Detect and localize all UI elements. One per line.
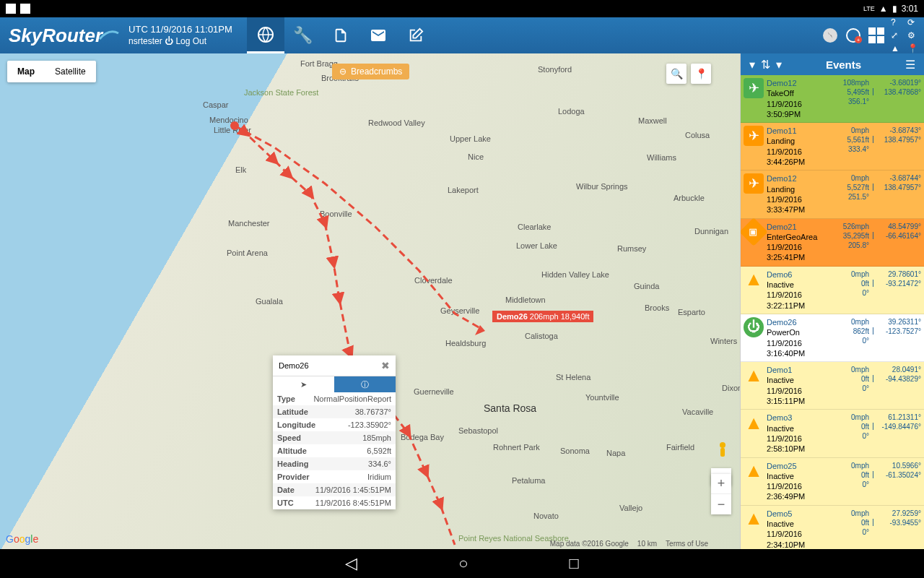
- place-label: Napa: [606, 449, 625, 457]
- tab-compose[interactable]: [397, 17, 435, 53]
- place-label: Lower Lake: [516, 241, 557, 250]
- event-coords: 39.26311°-123.7527°: [876, 317, 921, 358]
- event-row[interactable]: ✈Demo12Landing11/9/2016 3:33:47PM0mph5,5…: [741, 171, 924, 218]
- popup-row: Longitude-123.35902°: [273, 418, 396, 431]
- close-icon[interactable]: ✖: [381, 360, 390, 371]
- event-type-icon: ✈: [744, 126, 764, 146]
- event-body: Demo5Inactive11/9/2016 2:34:10PM: [767, 509, 836, 549]
- pegman-icon[interactable]: [714, 441, 731, 462]
- globe-alert-icon[interactable]: +: [845, 27, 862, 44]
- popup-tab-info[interactable]: ⓘ: [334, 376, 396, 392]
- asset-callout[interactable]: Demo26 206mph 18,940ft: [492, 311, 593, 322]
- place-label: Santa Rosa: [484, 402, 536, 414]
- event-type-icon: ◈: [741, 217, 768, 246]
- marker-icon[interactable]: 📍: [907, 43, 918, 53]
- event-row[interactable]: ▲Demo3Inactive11/9/2016 2:58:10PM0mph0ft…: [741, 410, 924, 457]
- events-header: ▾ ⇅ ▾ Events ☰: [741, 53, 924, 75]
- place-label: Yountville: [585, 393, 619, 402]
- recent-button[interactable]: □: [570, 554, 579, 573]
- map-type-satellite[interactable]: Satellite: [45, 61, 96, 82]
- header-right: + ? ⟳ ⤢ ⚙ ▲ 📍: [821, 17, 924, 53]
- help-icon[interactable]: ?: [891, 17, 902, 27]
- event-coords: 28.0491°-94.43829°: [876, 365, 921, 406]
- place-label: Sonoma: [560, 447, 590, 455]
- power-icon: ⏻: [165, 36, 175, 46]
- place-label: St Helena: [556, 373, 590, 381]
- place-label: Gualala: [256, 297, 283, 306]
- event-coords: 48.54799°-66.46164°: [876, 222, 921, 263]
- zoom-in-button[interactable]: +: [711, 474, 731, 494]
- tab-reports[interactable]: [322, 17, 359, 53]
- place-label: Caspar: [203, 100, 228, 109]
- zoom-out-button[interactable]: −: [711, 494, 731, 514]
- place-label: Jackson State Forest: [244, 88, 318, 97]
- event-type-icon: ⏻: [744, 317, 764, 337]
- place-label: Manchester: [228, 219, 269, 228]
- event-row[interactable]: ▲Demo5Inactive11/9/2016 2:34:10PM0mph0ft…: [741, 506, 924, 549]
- warning-icon[interactable]: ▲: [891, 43, 902, 53]
- status-icon: [6, 4, 16, 14]
- place-label: Petaluma: [512, 476, 545, 485]
- popup-row: UTC11/9/2016 8:45:51PM: [273, 496, 396, 509]
- event-body: Demo21EnterGeoArea11/9/2016 3:25:41PM: [767, 222, 836, 263]
- clock: 3:01: [902, 4, 918, 14]
- event-row[interactable]: ▲Demo25Inactive11/9/2016 2:36:49PM0mph0f…: [741, 458, 924, 506]
- menu-icon[interactable]: ☰: [902, 58, 918, 72]
- google-logo: Google: [6, 533, 38, 545]
- place-label: Clearlake: [518, 223, 551, 231]
- tab-messages[interactable]: [359, 17, 397, 53]
- map-canvas[interactable]: Fort BraggCasparMendocinoLittle RiverElk…: [0, 53, 740, 549]
- place-label: Maxwell: [638, 116, 667, 125]
- event-stats: 0mph5,527ft251.5°: [839, 173, 869, 215]
- place-label: Brooks: [645, 303, 669, 312]
- place-label: Hidden Valley Lake: [541, 270, 609, 279]
- map-type-map[interactable]: Map: [7, 61, 45, 82]
- place-label: Bodega Bay: [401, 433, 444, 441]
- refresh-icon[interactable]: ⟳: [907, 17, 918, 27]
- events-list[interactable]: ✈Demo12TakeOff11/9/2016 3:50:9PM108mph5,…: [741, 75, 924, 549]
- logout-link[interactable]: Log Out: [175, 36, 206, 46]
- utc-time: UTC 11/9/2016 11:01PM: [128, 24, 232, 36]
- popup-row: Speed185mph: [273, 431, 396, 444]
- grid-icon[interactable]: [868, 27, 885, 44]
- event-coords: 10.5966°-61.35024°: [876, 461, 921, 502]
- search-icon[interactable]: 🔍: [666, 64, 687, 84]
- event-body: Demo6Inactive11/9/2016 3:22:11PM: [767, 269, 836, 311]
- tab-map[interactable]: [247, 17, 284, 53]
- tab-tools[interactable]: 🔧: [284, 17, 322, 53]
- username: nsrtester: [128, 36, 162, 46]
- event-row[interactable]: ◈Demo21EnterGeoArea11/9/2016 3:25:41PM52…: [741, 219, 924, 267]
- event-row[interactable]: ▲Demo1Inactive11/9/2016 3:15:11PM0mph0ft…: [741, 362, 924, 410]
- location-pin-icon[interactable]: 📍: [691, 64, 711, 84]
- home-button[interactable]: ○: [458, 554, 468, 573]
- place-label: Cloverdale: [414, 276, 453, 285]
- events-title: Events: [785, 59, 902, 71]
- place-label: Rumsey: [617, 244, 646, 253]
- place-label: Little River: [214, 126, 251, 134]
- dropdown-icon[interactable]: ▾: [773, 58, 785, 72]
- logo[interactable]: SkyRouter: [0, 25, 128, 47]
- globe-earth-icon[interactable]: [821, 27, 839, 44]
- back-button[interactable]: ◁: [345, 554, 357, 573]
- events-panel: ▾ ⇅ ▾ Events ☰ ✈Demo12TakeOff11/9/2016 3…: [740, 53, 924, 549]
- event-row[interactable]: ⏻Demo26PowerOn11/9/2016 3:16:40PM0mph862…: [741, 314, 924, 362]
- fullscreen-icon[interactable]: ⤢: [891, 30, 902, 40]
- map-type-switch: Map Satellite: [7, 61, 96, 82]
- status-icon: [20, 4, 30, 14]
- event-row[interactable]: ✈Demo11Landing11/9/2016 3:44:26PM0mph5,5…: [741, 123, 924, 171]
- header-mini-icons: ? ⟳ ⤢ ⚙ ▲ 📍: [891, 17, 918, 53]
- event-type-icon: ▲: [744, 461, 764, 481]
- place-label: Mendocino: [209, 116, 248, 124]
- settings-icon[interactable]: ⚙: [907, 30, 918, 40]
- place-label: Esparto: [678, 308, 705, 316]
- event-body: Demo12Landing11/9/2016 3:33:47PM: [767, 173, 836, 215]
- breadcrumbs-button[interactable]: Breadcrumbs: [332, 64, 409, 79]
- popup-title: Demo26: [279, 361, 309, 370]
- event-row[interactable]: ▲Demo6Inactive11/9/2016 3:22:11PM0mph0ft…: [741, 267, 924, 314]
- event-row[interactable]: ✈Demo12TakeOff11/9/2016 3:50:9PM108mph5,…: [741, 75, 924, 123]
- place-label: Calistoga: [525, 332, 558, 340]
- event-type-icon: ✈: [744, 78, 764, 98]
- filter-icon[interactable]: ▾: [746, 58, 758, 72]
- sort-icon[interactable]: ⇅: [758, 58, 773, 72]
- popup-tab-locate[interactable]: ➤: [273, 376, 334, 392]
